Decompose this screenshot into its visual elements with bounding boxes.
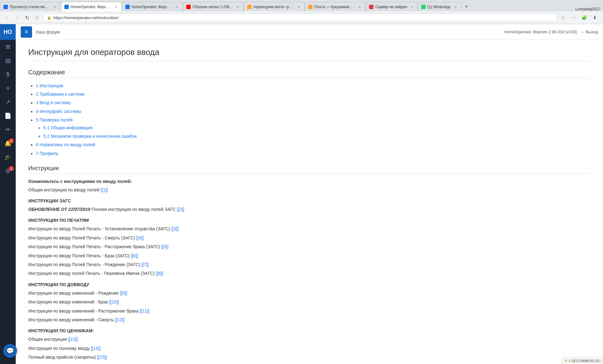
toc-link[interactable]: 4 Интерфейс системы <box>36 109 81 114</box>
chart-icon[interactable]: ▤ <box>0 54 16 67</box>
toc-item: 3 Вход в систему <box>36 99 590 107</box>
sidebar-logo[interactable]: НО <box>0 24 16 40</box>
sidebar-left: НО ⊞▤$≡↗📄✏🔔5🎓⚙1 <box>0 24 16 364</box>
tab-label-6: Почта — Кукушкина Нат... <box>314 5 355 9</box>
tab-close-1[interactable]: × <box>52 4 57 9</box>
toc-header: Содержание <box>28 69 590 78</box>
link-1[interactable]: [[1]] <box>100 187 108 192</box>
tab-favicon-8 <box>421 5 426 9</box>
link-7[interactable]: [[7]] <box>141 262 149 267</box>
tab-close-8[interactable]: × <box>453 4 458 9</box>
hat-icon[interactable]: 🎓 <box>0 150 16 164</box>
link-3[interactable]: [[3]] <box>171 226 178 231</box>
browser-tab-8[interactable]: (1) WhatsApp × <box>418 2 462 11</box>
chat-icon: 💬 <box>6 347 14 355</box>
tab-close-7[interactable]: × <box>409 4 414 9</box>
browser-tab-6[interactable]: Почта — Кукушкина Нат... × <box>305 2 366 11</box>
link-12[interactable]: [[12]] <box>115 317 124 322</box>
badge-alert-icon: 5 <box>9 138 14 143</box>
new-tab-button[interactable]: + <box>462 2 471 11</box>
link-5[interactable]: [[5]] <box>161 244 168 249</box>
address-bar: ‹ › ↻ ⌂ 🔒 https://homeoperator.net/instr… <box>0 11 603 24</box>
seal-1-text: Инструкция по вводу Полей Печать - Устан… <box>28 225 590 232</box>
link-9[interactable]: [[9]] <box>120 291 127 296</box>
price-3-text: Полный ввод прайсов (сигареты) [[15]] <box>28 354 590 361</box>
tab-close-4[interactable]: × <box>235 4 240 9</box>
url-bar[interactable]: 🔒 https://homeoperator.net/instruction/ <box>43 13 557 22</box>
tab-favicon-6 <box>308 5 312 9</box>
alert-icon[interactable]: 🔔5 <box>0 136 16 150</box>
add-3-text: Инструкция по вводу изменений - Расторже… <box>28 308 590 314</box>
toc-item: 2 Требования к системе <box>36 90 590 98</box>
dashboard-icon[interactable]: ⊞ <box>0 40 16 54</box>
tab-close-3[interactable]: × <box>174 4 179 9</box>
url-text: https://homeoperator.net/instruction/ <box>53 15 118 20</box>
toc-link[interactable]: 5.1 Общая информация <box>43 125 93 130</box>
tab-label-4: Сборник песен | LOBODA С... <box>193 5 233 9</box>
link-11[interactable]: [[11]] <box>139 308 149 313</box>
browser-tab-4[interactable]: Сборник песен | LOBODA С... × <box>183 2 244 11</box>
seal-2-text: Инструкция по вводу Полей Печать - Смерт… <box>28 234 590 241</box>
link-6[interactable]: [[6]] <box>131 253 138 258</box>
price-2-text: Инструкция по полному вводу [[14]] <box>28 345 590 352</box>
toc-link[interactable]: 6 Нормативы по вводу полей <box>36 142 95 147</box>
document-icon[interactable]: 📄 <box>0 109 16 123</box>
link-4[interactable]: [[4]] <box>136 235 144 240</box>
seal-5-text: Инструкция по вводу Полей Печать - Рожде… <box>28 261 590 268</box>
link-2[interactable]: [[2]] <box>177 207 184 212</box>
edit-icon[interactable]: ✏ <box>0 123 16 136</box>
logout-link[interactable]: → Выход <box>580 29 598 34</box>
recommend-banner: ★ 1 RECOMMEND.RU <box>562 357 603 364</box>
tab-favicon-1 <box>3 5 8 9</box>
lock-icon: 🔒 <box>47 15 52 20</box>
refresh-button[interactable]: ↻ <box>23 13 31 22</box>
top-nav: ≡ Наш форум HomeOperator. Версия 2.99-33… <box>16 24 603 40</box>
tab-label-8: (1) WhatsApp <box>427 5 450 9</box>
toolbar-right: ☆ ⋯ 🧩 ⬇ <box>558 13 600 22</box>
app-version-label: HomeOperator. Версия 2.99-333 [v333] <box>504 29 577 34</box>
toc-link[interactable]: 2 Требования к системе <box>36 92 85 97</box>
menu-button[interactable]: ⋯ <box>569 13 578 22</box>
hamburger-button[interactable]: ≡ <box>21 26 32 38</box>
graph-icon[interactable]: ↗ <box>0 95 16 109</box>
tab-close-6[interactable]: × <box>357 4 362 9</box>
toc-link[interactable]: 5 Проверка полей <box>36 117 73 122</box>
settings-icon[interactable]: ⚙1 <box>0 164 16 178</box>
chat-widget[interactable]: 💬 <box>3 344 17 358</box>
back-button[interactable]: ‹ <box>3 13 11 22</box>
add-2-text: Инструкция по вводу изменений - Брак [[1… <box>28 298 590 305</box>
link-13[interactable]: [[13]] <box>68 337 78 342</box>
home-button[interactable]: ⌂ <box>33 13 41 22</box>
browser-tab-1[interactable]: Просмотр статистики рабо... × <box>0 2 61 11</box>
chart-icon-symbol: ▤ <box>5 57 11 64</box>
zags-update-text: ОБНОВЛЕНИЕ ОТ 22/07/2019 Полная инструкц… <box>28 206 590 213</box>
list-icon[interactable]: ≡ <box>0 81 16 95</box>
recommend-text: 1 RECOMMEND.RU <box>569 359 600 363</box>
link-10[interactable]: [[10]] <box>109 299 119 304</box>
toc-link[interactable]: 7 Профиль <box>36 151 58 156</box>
toc-link[interactable]: 1 Инструкции <box>36 83 63 88</box>
browser-tab-5[interactable]: переводчик англо -рус - Г... × <box>244 2 305 11</box>
link-8[interactable]: [[8]] <box>156 271 163 276</box>
tab-bar: Просмотр статистики рабо... × HomeOperat… <box>0 0 603 11</box>
download-button[interactable]: ⬇ <box>590 13 599 22</box>
bookmark-button[interactable]: ☆ <box>558 13 567 22</box>
toc-list: 1 Инструкции2 Требования к системе3 Вход… <box>28 82 590 158</box>
money-icon[interactable]: $ <box>0 67 16 81</box>
tab-close-2[interactable]: × <box>113 4 118 9</box>
app-layout: НО ⊞▤$≡↗📄✏🔔5🎓⚙1 ≡ Наш форум HomeOperator… <box>0 24 603 364</box>
toc-link[interactable]: 3 Вход в систему <box>36 100 71 105</box>
forum-link[interactable]: Наш форум <box>36 29 60 35</box>
link-14[interactable]: [[14]] <box>91 346 100 351</box>
browser-tab-3[interactable]: HomeOperator. Версия 2.99... × <box>122 2 183 11</box>
price-1-text: Общая инструкция [[13]] <box>28 336 590 343</box>
extensions-button[interactable]: 🧩 <box>580 13 589 22</box>
graph-icon-symbol: ↗ <box>6 99 10 105</box>
tab-close-5[interactable]: × <box>296 4 301 9</box>
link-15[interactable]: [[15]] <box>97 355 107 360</box>
forward-button[interactable]: › <box>13 13 21 22</box>
browser-tab-7[interactable]: Сервер не найден × <box>366 2 418 11</box>
browser-tab-2[interactable]: HomeOperator. Версия 2.99... × <box>61 2 122 11</box>
toc-link[interactable]: 5.2 Механизм проверки и начисления ошибо… <box>43 134 137 139</box>
update-label: ОБНОВЛЕНИЕ ОТ 22/07/2019 <box>28 207 90 212</box>
